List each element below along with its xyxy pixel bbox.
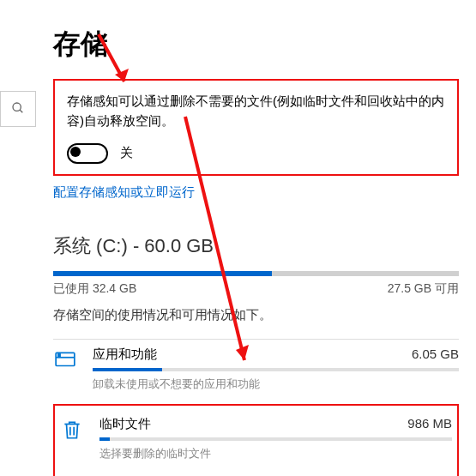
drive-usage-intro: 存储空间的使用情况和可用情况如下。 (53, 307, 459, 323)
category-size: 6.05 GB (412, 346, 459, 361)
category-apps[interactable]: 应用和功能 6.05 GB 卸载未使用或不想要的应用和功能 (53, 339, 459, 404)
category-title: 应用和功能 (93, 346, 157, 363)
svg-rect-4 (58, 353, 60, 355)
category-hint: 选择要删除的临时文件 (99, 446, 452, 461)
page-title: 存储 (53, 26, 459, 63)
category-temp[interactable]: 临时文件 986 MB 选择要删除的临时文件 (60, 409, 452, 473)
category-bar (93, 368, 459, 371)
svg-point-0 (13, 103, 21, 111)
svg-line-1 (20, 110, 22, 112)
category-hint: 卸载未使用或不想要的应用和功能 (93, 377, 459, 392)
drive-heading: 系统 (C:) - 60.0 GB (53, 233, 459, 259)
storage-sense-description: 存储感知可以通过删除不需要的文件(例如临时文件和回收站中的内容)自动释放空间。 (67, 91, 445, 131)
apps-icon (53, 348, 77, 372)
category-title: 临时文件 (99, 416, 151, 432)
drive-free-label: 27.5 GB 可用 (388, 281, 459, 297)
drive-usage-bar (53, 271, 459, 276)
configure-storage-sense-link[interactable]: 配置存储感知或立即运行 (53, 184, 195, 201)
search-icon (11, 101, 25, 117)
storage-sense-toggle-label: 关 (120, 145, 133, 161)
drive-used-label: 已使用 32.4 GB (53, 281, 136, 297)
storage-sense-panel: 存储感知可以通过删除不需要的文件(例如临时文件和回收站中的内容)自动释放空间。 … (53, 79, 459, 176)
trash-icon (60, 418, 84, 442)
category-size: 986 MB (407, 416, 452, 431)
category-bar (99, 437, 452, 441)
storage-sense-toggle[interactable] (67, 143, 108, 164)
search-button[interactable] (0, 91, 36, 127)
